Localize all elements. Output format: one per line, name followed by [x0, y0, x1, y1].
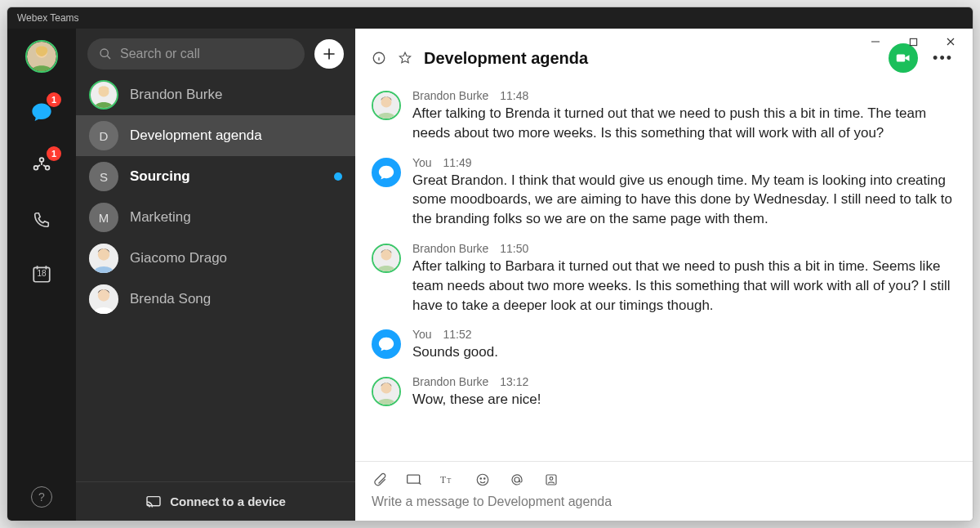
conversation-label: Sourcing	[130, 168, 323, 185]
connect-label: Connect to a device	[170, 494, 286, 508]
svg-point-29	[514, 477, 519, 482]
message-input[interactable]	[372, 494, 956, 509]
emoji-icon[interactable]	[474, 472, 491, 488]
avatar-self-chat	[372, 158, 401, 187]
svg-point-28	[484, 478, 486, 480]
conversation-item[interactable]: Brandon Burke	[76, 74, 355, 115]
avatar-person	[372, 244, 401, 273]
add-button[interactable]	[314, 39, 344, 69]
message-time: 11:52	[443, 328, 472, 341]
conversation-item[interactable]: Giacomo Drago	[76, 238, 355, 279]
conversation-label: Giacomo Drago	[130, 250, 342, 266]
svg-text:T: T	[440, 475, 446, 485]
svg-point-26	[477, 474, 488, 485]
svg-rect-23	[408, 475, 420, 483]
screenshot-icon[interactable]	[406, 472, 422, 488]
connect-device-button[interactable]: Connect to a device	[76, 481, 355, 521]
maximize-button[interactable]	[894, 30, 932, 53]
window-controls	[857, 30, 969, 53]
cast-icon	[145, 495, 162, 508]
attach-icon[interactable]	[372, 472, 388, 488]
conversation-label: Marketing	[130, 209, 342, 226]
message-row: Brandon Burke 11:48 After talking to Bre…	[372, 84, 956, 151]
message-author: Brandon Burke	[412, 375, 488, 388]
message-row: You 11:52 Sounds good.	[372, 323, 956, 370]
conversation-item[interactable]: Brenda Song	[76, 279, 355, 320]
message-meta: Brandon Burke 11:48	[412, 89, 956, 102]
chat-title: Development agenda	[424, 49, 588, 68]
conversation-item[interactable]: SSourcing	[76, 156, 355, 197]
composer-toolbar: TT	[372, 465, 956, 493]
search-box[interactable]	[87, 38, 305, 69]
message-meta: Brandon Burke 11:50	[412, 242, 956, 255]
people-icon[interactable]	[543, 472, 559, 488]
message-time: 11:50	[500, 242, 528, 255]
avatar-person	[372, 377, 401, 406]
avatar-letter: M	[89, 203, 118, 232]
video-icon	[896, 52, 911, 64]
unread-dot	[334, 172, 342, 181]
avatar-person	[372, 91, 401, 120]
message-author: Brandon Burke	[412, 89, 488, 102]
svg-rect-14	[910, 38, 916, 45]
svg-point-20	[381, 249, 391, 260]
search-icon	[99, 47, 112, 60]
svg-point-27	[480, 478, 482, 480]
titlebar: Webex Teams	[7, 7, 973, 29]
app-window: Webex Teams 1 1 18 ?	[7, 7, 973, 521]
calls-nav-icon[interactable]	[27, 205, 56, 235]
avatar-person	[89, 244, 118, 273]
plus-icon	[322, 47, 336, 61]
format-icon[interactable]: TT	[440, 472, 457, 488]
self-avatar[interactable]	[25, 40, 58, 73]
chat-nav-icon[interactable]: 1	[27, 97, 56, 127]
svg-point-2	[40, 158, 44, 162]
svg-rect-16	[897, 55, 906, 62]
star-icon[interactable]	[398, 51, 412, 65]
conversation-label: Brandon Burke	[130, 87, 342, 103]
message-list: Brandon Burke 11:48 After talking to Bre…	[355, 81, 973, 461]
calendar-nav-icon[interactable]: 18	[27, 259, 56, 289]
conversation-item[interactable]: DDevelopment agenda	[76, 115, 355, 156]
conversation-label: Development agenda	[130, 128, 342, 144]
message-time: 13:12	[500, 375, 528, 388]
chat-badge: 1	[47, 92, 61, 107]
message-row: Brandon Burke 13:12 Wow, these are nice!	[372, 370, 956, 418]
svg-point-6	[100, 49, 108, 56]
mention-icon[interactable]	[509, 472, 525, 488]
svg-point-8	[98, 86, 109, 96]
calendar-number: 18	[37, 269, 46, 278]
message-author: You	[412, 328, 432, 341]
composer: TT	[355, 461, 973, 521]
conversation-list: Brandon BurkeDDevelopment agendaSSourcin…	[76, 74, 355, 481]
info-icon[interactable]	[372, 51, 386, 65]
message-text: Great Brandon. I think that would give u…	[412, 171, 956, 229]
message-row: Brandon Burke 11:50 After talking to Bar…	[372, 237, 956, 323]
message-row: You 11:49 Great Brandon. I think that wo…	[372, 151, 956, 237]
close-button[interactable]	[932, 30, 969, 53]
svg-point-18	[381, 96, 391, 107]
avatar-letter: S	[89, 162, 118, 191]
svg-point-12	[98, 289, 109, 301]
message-meta: You 11:52	[412, 328, 956, 341]
app-title: Webex Teams	[17, 12, 79, 24]
message-text: After talking to Brenda it turned out th…	[412, 104, 956, 143]
message-author: You	[412, 156, 432, 169]
composer-input-wrap	[372, 493, 956, 512]
message-text: Sounds good.	[412, 342, 956, 362]
help-icon[interactable]: ?	[31, 486, 52, 508]
search-input[interactable]	[120, 47, 293, 61]
message-time: 11:48	[500, 89, 528, 102]
avatar-letter: D	[89, 121, 118, 150]
teamwork-nav-icon[interactable]: 1	[27, 151, 56, 181]
minimize-button[interactable]	[857, 30, 894, 53]
svg-point-31	[550, 477, 553, 481]
chat-pane: Development agenda ••• Brandon Burke 11:…	[355, 29, 973, 521]
avatar-person	[89, 284, 118, 314]
avatar-self-chat	[372, 329, 401, 359]
teamwork-badge: 1	[47, 146, 61, 161]
nav-rail: 1 1 18 ?	[7, 29, 76, 521]
conversation-item[interactable]: MMarketing	[76, 197, 355, 238]
message-meta: You 11:49	[412, 156, 956, 169]
svg-text:T: T	[447, 477, 451, 485]
